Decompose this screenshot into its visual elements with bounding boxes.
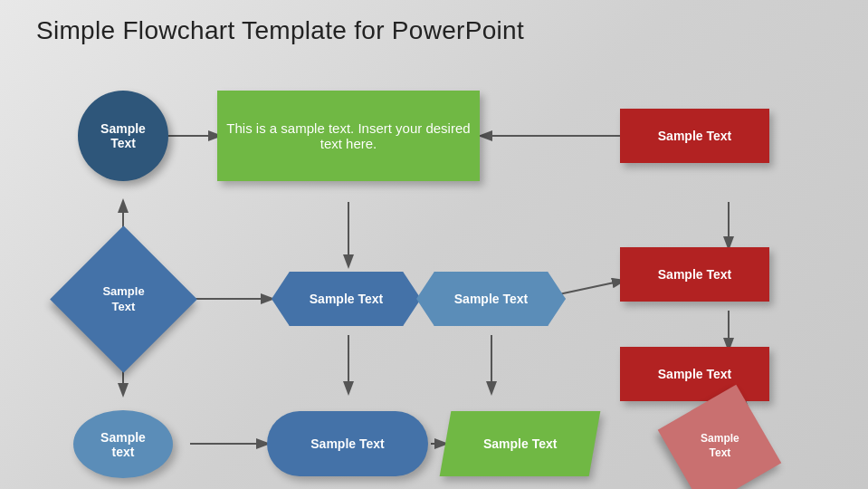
shape-pink-diamond: Sample Text: [664, 391, 775, 489]
blue-rounded-label: Sample Text: [310, 436, 384, 451]
blue-hex2-label: Sample Text: [454, 292, 528, 306]
shape-blue-rounded: Sample Text: [267, 411, 428, 476]
red-mid-label: Sample Text: [658, 267, 731, 282]
shape-oval: Sample text: [73, 410, 173, 478]
shape-blue-hex2: Sample Text: [416, 272, 566, 326]
pink-diamond-label: Sample Text: [701, 432, 739, 460]
green-para-label: Sample Text: [483, 436, 557, 451]
shape-green-para: Sample Text: [440, 411, 601, 476]
green-banner-label: This is a sample text. Insert your desir…: [217, 120, 480, 151]
diamond1-label: Sample Text: [102, 284, 144, 315]
flowchart-canvas: Sample Text This is a sample text. Inser…: [27, 68, 842, 475]
circle-label: Sample Text: [100, 121, 146, 150]
shape-green-banner: This is a sample text. Insert your desir…: [217, 91, 480, 181]
shape-red-top: Sample Text: [620, 109, 769, 163]
red-top-label: Sample Text: [658, 129, 731, 143]
shape-circle: Sample Text: [78, 91, 168, 181]
red-bot-label: Sample Text: [658, 367, 731, 381]
oval-label: Sample text: [100, 430, 146, 459]
page-title: Simple Flowchart Template for PowerPoint: [36, 16, 524, 45]
shape-blue-hex1: Sample Text: [272, 272, 421, 326]
blue-hex1-label: Sample Text: [310, 292, 383, 306]
shape-red-mid: Sample Text: [620, 247, 769, 302]
shape-diamond1: Sample Text: [72, 247, 176, 351]
